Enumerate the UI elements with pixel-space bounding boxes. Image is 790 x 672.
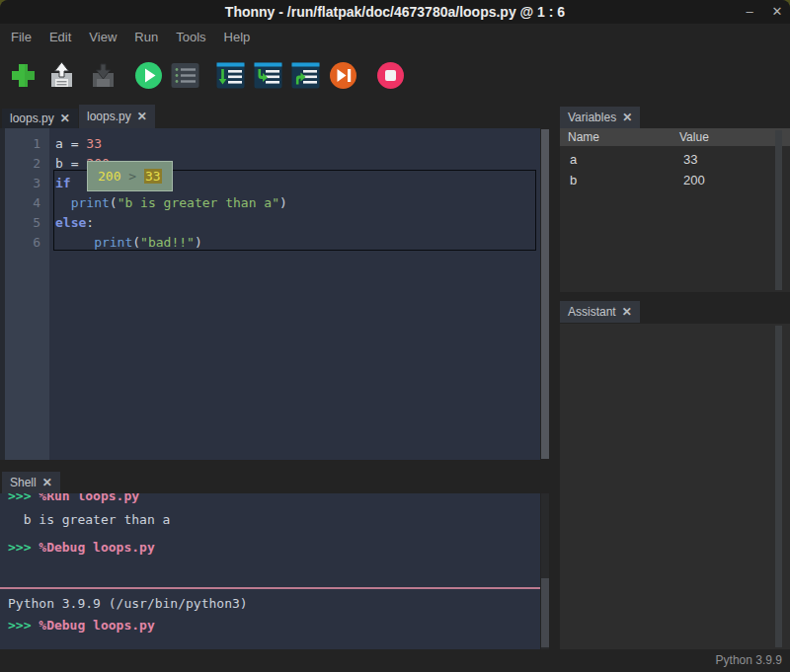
editor-scrollbar[interactable] <box>541 129 549 459</box>
shell-output: b is greater than a <box>8 512 170 527</box>
shell-line-3: >>> %Debug loops.py <box>0 538 540 558</box>
step-into-icon <box>253 60 283 91</box>
editor-tab-loops-2-active[interactable]: loops.py✕ <box>79 105 155 128</box>
assistant-scrollbar[interactable] <box>775 326 782 647</box>
variables-panel: Name Value a33b200 <box>560 128 790 292</box>
resume-button[interactable] <box>328 60 358 91</box>
debug-icon <box>170 60 200 91</box>
assistant-tab[interactable]: Assistant✕ <box>560 301 640 323</box>
shell-command: %Run loops.py <box>39 493 139 503</box>
menu-file[interactable]: File <box>2 24 40 49</box>
menu-tools[interactable]: Tools <box>167 24 214 49</box>
step-over-button[interactable] <box>215 60 246 91</box>
variables-header-row: Name Value <box>560 128 790 146</box>
step-over-icon <box>215 60 246 91</box>
close-button[interactable]: ✕ <box>766 0 788 24</box>
tab-close-icon[interactable]: ✕ <box>622 111 632 124</box>
shell-output: Python 3.9.9 (/usr/bin/python3) <box>8 596 248 611</box>
shell-line-1: >>> %Run loops.py <box>0 493 540 506</box>
expression-value-tooltip: 200 > 33 <box>87 161 173 191</box>
save-file-icon <box>88 60 118 91</box>
tab-close-icon[interactable]: ✕ <box>622 305 632 319</box>
shell-line-5: Python 3.9.9 (/usr/bin/python3) <box>0 594 540 614</box>
tab-close-icon[interactable]: ✕ <box>42 476 52 489</box>
shell-command: %Debug loops.py <box>39 618 154 633</box>
variables-tab-label: Variables <box>568 111 616 124</box>
line-number: 4 <box>5 193 49 213</box>
stop-button[interactable] <box>375 60 406 91</box>
editor-tab-label: loops.py <box>10 112 54 125</box>
plus-icon <box>8 60 39 91</box>
shell-line-2: b is greater than a <box>0 510 540 530</box>
variable-row-a[interactable]: a33 <box>560 149 790 170</box>
debug-script-button[interactable] <box>170 60 200 91</box>
open-file-button[interactable] <box>46 60 77 91</box>
step-out-button[interactable] <box>290 60 321 91</box>
titlebar: Thonny - /run/flatpak/doc/4673780a/loops… <box>0 0 790 24</box>
tooltip-left-value: 200 <box>98 169 120 184</box>
line-number: 6 <box>5 233 49 253</box>
interpreter-status[interactable]: Python 3.9.9 <box>716 649 782 671</box>
variable-value: 200 <box>683 170 705 190</box>
shell-prompt: >>> <box>8 618 39 633</box>
code-segment-plain: b = <box>55 156 86 171</box>
stop-icon <box>375 60 406 91</box>
menu-edit[interactable]: Edit <box>40 24 80 49</box>
line-number: 2 <box>5 154 49 174</box>
variable-value: 33 <box>683 149 697 170</box>
window-title: Thonny - /run/flatpak/doc/4673780a/loops… <box>0 0 790 24</box>
variables-tab[interactable]: Variables✕ <box>560 107 640 128</box>
editor-tab-label: loops.py <box>87 110 131 123</box>
menubar: FileEditViewRunToolsHelp <box>0 24 790 49</box>
shell-line-6: >>> %Debug loops.py <box>0 616 540 635</box>
column-header-value: Value <box>679 128 709 146</box>
code-editor[interactable]: 123456 a = 33b = 200if print("b is great… <box>0 128 540 460</box>
thonny-window: Thonny - /run/flatpak/doc/4673780a/loops… <box>0 0 790 672</box>
open-file-icon <box>46 60 77 91</box>
shell-tab-label: Shell <box>10 476 37 489</box>
code-line-1[interactable]: a = 33 <box>49 134 540 154</box>
run-play-icon <box>133 60 164 91</box>
shell-scrollbar-thumb[interactable] <box>541 578 549 647</box>
assistant-panel <box>560 324 790 649</box>
variable-name: b <box>570 173 577 187</box>
tab-close-icon[interactable]: ✕ <box>137 110 147 123</box>
step-into-button[interactable] <box>253 60 283 91</box>
line-number-gutter: 123456 <box>0 128 49 460</box>
variables-scrollbar[interactable] <box>775 130 782 290</box>
save-file-button[interactable] <box>88 60 118 91</box>
shell-prompt: >>> <box>8 540 39 555</box>
resume-icon <box>328 60 358 91</box>
shell-panel[interactable]: >>> %Run loops.py b is greater than a>>>… <box>0 493 540 649</box>
tab-close-icon[interactable]: ✕ <box>60 112 70 125</box>
new-file-button[interactable] <box>8 60 39 91</box>
shell-prompt: >>> <box>8 493 39 503</box>
shell-tab[interactable]: Shell✕ <box>2 472 60 493</box>
variable-row-b[interactable]: b200 <box>560 170 790 190</box>
editor-tab-loops-1[interactable]: loops.py✕ <box>2 109 78 128</box>
variable-name: a <box>570 152 577 167</box>
shell-command: %Debug loops.py <box>39 540 154 555</box>
menu-help[interactable]: Help <box>215 24 260 49</box>
line-number: 1 <box>5 134 49 154</box>
assistant-tab-label: Assistant <box>568 305 616 319</box>
code-segment-number: 33 <box>86 136 102 151</box>
tooltip-right-value-highlighted: 33 <box>144 169 162 184</box>
shell-separator <box>0 587 540 589</box>
column-header-name: Name <box>568 130 599 144</box>
menu-view[interactable]: View <box>80 24 125 49</box>
line-number: 3 <box>5 174 49 193</box>
toolbar <box>0 51 790 99</box>
step-out-icon <box>290 60 321 91</box>
statusbar: Python 3.9.9 <box>0 649 790 672</box>
tooltip-operator: > <box>120 169 143 184</box>
code-segment-plain: a = <box>55 136 86 151</box>
line-number: 5 <box>5 213 49 233</box>
menu-run[interactable]: Run <box>125 24 167 49</box>
minimize-button[interactable]: – <box>739 0 760 24</box>
run-script-button[interactable] <box>133 60 164 91</box>
